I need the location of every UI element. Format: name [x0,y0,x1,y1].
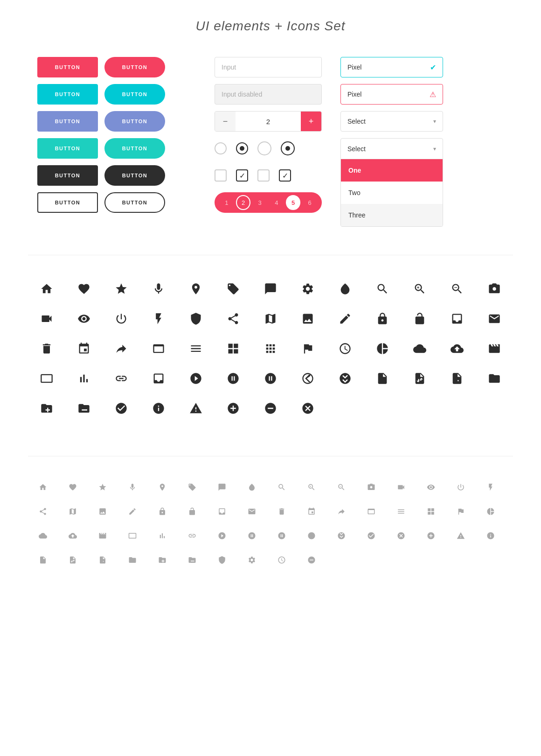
button-dark-flat[interactable]: BUTTON [37,165,98,186]
dropdown-trigger[interactable]: Select ▾ [341,139,443,159]
pause-icon-sm[interactable] [267,524,297,548]
clock-icon[interactable] [326,334,364,364]
radio-unchecked-2[interactable] [257,141,271,155]
file-remove-icon[interactable] [438,364,476,393]
page-2[interactable]: 2 [236,195,251,210]
settings-icon[interactable] [289,274,326,304]
trash-icon-sm[interactable] [267,499,297,524]
page-1[interactable]: 1 [219,195,234,210]
calendar-icon-sm[interactable] [297,499,326,524]
chart-icon-sm[interactable] [147,524,177,548]
button-teal-round[interactable]: BUTTON [104,138,165,159]
button-red-flat[interactable]: BUTTON [37,57,98,77]
menu-icon-sm[interactable] [386,499,416,524]
unlock-icon[interactable] [401,304,438,334]
check-circle-icon-sm[interactable] [356,524,386,548]
chat-icon-sm[interactable] [207,475,237,499]
share-icon[interactable] [215,304,252,334]
play-icon-sm[interactable] [207,524,237,548]
heart-icon-sm[interactable] [58,475,88,499]
pie-chart-icon[interactable] [364,334,401,364]
location-icon[interactable] [177,274,215,304]
home-icon-sm[interactable] [28,475,58,499]
calendar-icon[interactable] [65,334,103,364]
button-red-round[interactable]: BUTTON [104,57,165,77]
zoom-out-icon[interactable] [438,274,476,304]
grid-icon-sm[interactable] [416,499,446,524]
settings-icon-sm[interactable] [237,548,267,572]
tablet-icon[interactable] [28,364,65,393]
video-icon[interactable] [28,304,65,334]
inbox-2-icon[interactable] [140,364,177,393]
file-icon[interactable] [364,364,401,393]
folder-remove-icon-sm[interactable] [177,548,207,572]
folder-add-icon[interactable] [28,393,65,423]
file-add-icon[interactable] [401,364,438,393]
button-teal-flat[interactable]: BUTTON [37,138,98,159]
menu-icon[interactable] [177,334,215,364]
page-6[interactable]: 6 [302,195,317,210]
cancel-icon-sm[interactable] [386,524,416,548]
inbox-icon[interactable] [438,304,476,334]
bolt-icon-sm[interactable] [476,475,506,499]
camera-icon[interactable] [476,274,513,304]
unlock-icon-sm[interactable] [177,499,207,524]
radio-unchecked-1[interactable] [215,142,227,154]
trash-icon[interactable] [28,334,65,364]
shield-icon[interactable] [177,304,215,334]
dropdown-item-three[interactable]: Three [341,204,443,226]
text-input[interactable] [215,57,322,77]
decrement-button[interactable]: − [215,111,236,132]
location-icon-sm[interactable] [147,475,177,499]
dropdown-item-two[interactable]: Two [341,182,443,204]
image-icon[interactable] [289,304,326,334]
share-icon-sm[interactable] [28,499,58,524]
button-blue-round[interactable]: BUTTON [104,111,165,132]
water-icon-sm[interactable] [237,475,267,499]
chart-icon[interactable] [65,364,103,393]
cloud-icon-sm[interactable] [28,524,58,548]
mic-icon-sm[interactable] [118,475,147,499]
checkbox-unchecked-1[interactable] [215,169,227,182]
map-icon-sm[interactable] [58,499,88,524]
checkbox-checked-2[interactable]: ✓ [279,169,291,182]
page-3[interactable]: 3 [252,195,267,210]
video-icon-sm[interactable] [386,475,416,499]
page-5[interactable]: 5 [286,195,301,210]
folder-icon[interactable] [476,364,513,393]
file-remove-icon-sm[interactable] [88,548,118,572]
heart-icon[interactable] [65,274,103,304]
radio-checked-1[interactable] [236,142,248,154]
info-icon[interactable] [140,393,177,423]
warning-icon[interactable] [177,393,215,423]
file-add-icon-sm[interactable] [58,548,88,572]
cloud-upload-icon[interactable] [438,334,476,364]
mail-icon-sm[interactable] [237,499,267,524]
eye-icon-sm[interactable] [416,475,446,499]
increment-button[interactable]: + [301,111,321,132]
remove-circle-icon-sm[interactable] [297,548,326,572]
warning-icon-sm[interactable] [446,524,476,548]
select-pixel-success[interactable]: Pixel ✔ [340,57,443,77]
flag-icon-sm[interactable] [446,499,476,524]
button-dark-round[interactable]: BUTTON [104,165,165,186]
browser-icon[interactable] [140,334,177,364]
tag-icon-sm[interactable] [177,475,207,499]
mail-icon[interactable] [476,304,513,334]
chevron-left-icon[interactable] [289,364,326,393]
inbox-icon-sm[interactable] [207,499,237,524]
zoom-out-icon-sm[interactable] [326,475,356,499]
dropdown-item-one[interactable]: One [341,159,443,182]
select-dropdown-1[interactable]: Select ▾ [340,111,443,132]
star-icon[interactable] [103,274,140,304]
film-icon[interactable] [476,334,513,364]
remove-circle-icon[interactable] [252,393,289,423]
shield-icon-sm[interactable] [207,548,237,572]
lock-icon[interactable] [364,304,401,334]
button-cyan-flat[interactable]: BUTTON [37,84,98,105]
eye-icon[interactable] [65,304,103,334]
play-icon[interactable] [177,364,215,393]
flag-icon[interactable] [289,334,326,364]
image-icon-sm[interactable] [88,499,118,524]
share-2-icon-sm[interactable] [326,499,356,524]
